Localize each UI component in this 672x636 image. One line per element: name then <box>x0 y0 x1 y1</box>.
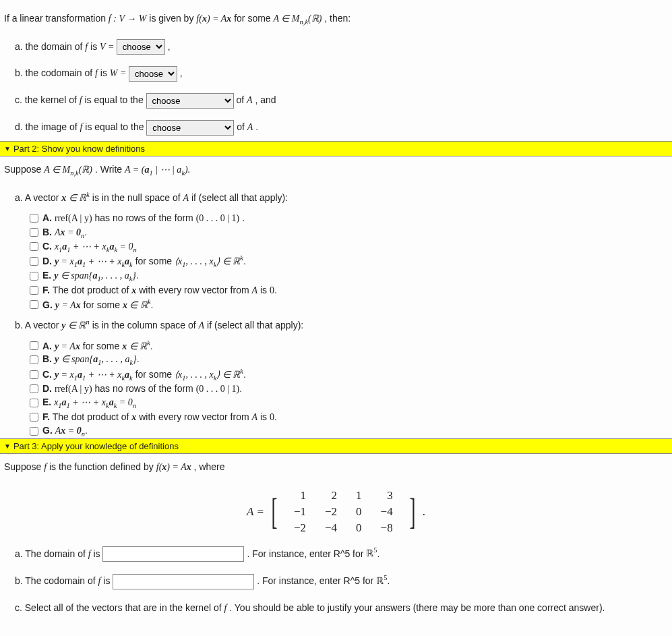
sec2-Aeq: A = (a1 | ⋯ | ak). <box>125 165 190 175</box>
collapse-icon: ▼ <box>4 442 11 450</box>
sec2-qb-A: A <box>199 320 205 330</box>
opt-2b-G: G. Ax = 0n. <box>27 424 672 438</box>
p1-c-f: f <box>80 95 82 105</box>
p1-c-post1: of <box>236 94 247 105</box>
sec2-qb-post: is in the column space of <box>92 320 199 330</box>
checkbox-2a-C[interactable] <box>30 242 38 251</box>
p1-d-f: f <box>80 122 83 132</box>
sec2-qa-x: x ∈ ℝk <box>61 193 90 203</box>
bracket-right-icon: ] <box>409 494 415 530</box>
checkbox-2b-A[interactable] <box>30 341 38 350</box>
p1-d-pre: d. the image of <box>15 121 80 132</box>
part2-header[interactable]: ▼ Part 2: Show you know definitions <box>0 141 672 156</box>
p1-b: b. the codomain of f is W = choose , <box>0 60 672 87</box>
p1-b-W: W = <box>110 68 129 78</box>
opt-2b-A-label: A. y = Ax for some x ∈ ℝk. <box>42 339 153 352</box>
p1-d: d. the image of f is equal to the choose… <box>0 114 672 141</box>
checkbox-2a-A[interactable] <box>30 214 38 223</box>
sec3-qa-pre: a. The domain of <box>15 548 88 558</box>
intro-line: If a linear transformation f : V → W is … <box>0 5 672 34</box>
p1-c-select[interactable]: choose <box>146 93 234 109</box>
sec3-qc-f: f <box>224 603 227 613</box>
checkbox-2a-B[interactable] <box>30 228 38 237</box>
p1-b-select[interactable]: choose <box>129 66 177 82</box>
opt-2a-G-label: G. y = Ax for some x ∈ ℝk. <box>42 298 153 311</box>
opt-2b-B-label: B. y ∈ span{a1, . . . , ak}. <box>42 353 140 366</box>
p1-a-select[interactable]: choose <box>117 39 165 55</box>
opt-2a-A: A. rref(A | y) has no rows of the form (… <box>27 211 672 225</box>
checkbox-2b-E[interactable] <box>30 399 38 407</box>
opt-2a-B: B. Ax = 0n. <box>27 225 672 239</box>
matrix-display: A = [ 1213 −1−20−4 −2−40−8 ] . <box>0 481 672 540</box>
sec3-f: f <box>44 462 47 472</box>
checkbox-2a-E[interactable] <box>30 272 38 281</box>
opt-2a-C-label: C. x1a1 + ⋯ + xkak = 0n <box>42 241 137 254</box>
opt-2b-D: D. rref(A | y) has no rows of the form (… <box>27 382 672 396</box>
p1-a: a. the domain of f is V = choose , <box>0 34 672 61</box>
sec3-suppose: Suppose f is the function defined by f(x… <box>0 454 672 480</box>
checkbox-2b-G[interactable] <box>30 427 38 436</box>
checkbox-2a-F[interactable] <box>30 286 38 295</box>
sec2-suppose-pre: Suppose <box>4 164 44 175</box>
opt-2a-D: D. y = x1a1 + ⋯ + xkak for some ⟨x1, . .… <box>27 254 672 268</box>
matrix-table: 1213 −1−20−4 −2−40−8 <box>284 488 402 536</box>
sec3-qc-pre: c. Select all of the vectors that are in… <box>15 602 224 613</box>
opt-2a-C: C. x1a1 + ⋯ + xkak = 0n <box>27 239 672 254</box>
p1-c-mid: is equal to the <box>85 94 146 105</box>
p1-c-A: A <box>247 95 253 105</box>
intro-fmap: f : V → W <box>109 13 147 24</box>
p1-d-post2: . <box>255 121 258 132</box>
part2-title: Part 2: Show you know definitions <box>13 144 145 154</box>
domain-input[interactable] <box>102 546 244 562</box>
checkbox-2b-C[interactable] <box>30 370 38 379</box>
sec2-qa-post: is in the null space of <box>92 192 183 203</box>
checkbox-2b-D[interactable] <box>30 384 38 393</box>
sec3-qb-hint: . For instance, enter R^5 for <box>257 575 376 586</box>
opt-2a-F: F. The dot product of x with every row v… <box>27 283 672 297</box>
opt-2b-E-label: E. x1a1 + ⋯ + xkak = 0n <box>42 397 136 409</box>
opt-2a-G: G. y = Ax for some x ∈ ℝk. <box>27 297 672 312</box>
sec3-suppose-pre: Suppose <box>4 461 44 472</box>
sec2-qb-options: A. y = Ax for some x ∈ ℝk. B. y ∈ span{a… <box>0 339 672 438</box>
checkbox-2b-F[interactable] <box>30 413 38 422</box>
intro-for-some: for some <box>234 13 273 24</box>
sec3-qb-pre: b. The codomain of <box>15 575 98 586</box>
opt-2a-E-label: E. y ∈ span{a1, . . . , ak}. <box>42 270 139 283</box>
intro-fx: f(x) = Ax <box>196 13 231 24</box>
checkbox-2b-B[interactable] <box>30 355 38 364</box>
intro-mid: is given by <box>149 13 196 24</box>
opt-2b-C: C. y = x1a1 + ⋯ + xkak for some ⟨x1, . .… <box>27 367 672 382</box>
part3-header[interactable]: ▼ Part 3: Apply your knowledge of defini… <box>0 438 672 454</box>
sec3-qb: b. The codomain of f is . For instance, … <box>0 567 672 594</box>
codomain-input[interactable] <box>113 574 254 589</box>
sec2-write: . Write <box>95 164 125 175</box>
p1-c: c. the kernel of f is equal to the choos… <box>0 87 672 114</box>
p1-a-V: V = <box>100 42 117 52</box>
opt-2b-B: B. y ∈ span{a1, . . . , ak}. <box>27 353 672 367</box>
sec2-qb-y: y ∈ ℝn <box>61 320 89 330</box>
intro-prefix: If a linear transformation <box>4 13 109 24</box>
sec3-qa-dot: . <box>377 548 380 558</box>
sec2-A-in: A ∈ Mn,k(ℝ) <box>44 165 92 175</box>
sec2-qa-options: A. rref(A | y) has no rows of the form (… <box>0 211 672 311</box>
p1-a-post: , <box>168 41 171 52</box>
opt-2a-D-label: D. y = x1a1 + ⋯ + xkak for some ⟨x1, . .… <box>42 254 246 268</box>
opt-2a-A-label: A. rref(A | y) has no rows of the form (… <box>42 212 245 224</box>
intro-A-in: A ∈ Mn,k(ℝ) <box>274 13 322 24</box>
sec3-qb-f: f <box>98 576 100 586</box>
sec3-qb-post: is <box>103 575 113 586</box>
collapse-icon: ▼ <box>4 145 11 152</box>
checkbox-2a-D[interactable] <box>30 257 38 266</box>
matrix-Aeq: A = <box>247 505 264 519</box>
p1-b-mid: is <box>100 67 110 78</box>
sec2-qb: b. A vector y ∈ ℝn is in the column spac… <box>0 312 672 339</box>
sec3-qa-R5: ℝ5 <box>366 548 377 558</box>
p1-d-select[interactable]: choose <box>146 120 234 136</box>
sec3-qb-R5: ℝ5 <box>376 576 387 586</box>
part3-title: Part 3: Apply your knowledge of definiti… <box>13 441 179 451</box>
sec2-qb-pre: b. A vector <box>15 320 61 330</box>
checkbox-2a-G[interactable] <box>30 300 38 309</box>
p1-a-mid: is <box>90 41 100 52</box>
opt-2b-C-label: C. y = x1a1 + ⋯ + xkak for some ⟨x1, . .… <box>42 368 246 381</box>
p1-a-pre: a. the domain of <box>15 41 85 52</box>
